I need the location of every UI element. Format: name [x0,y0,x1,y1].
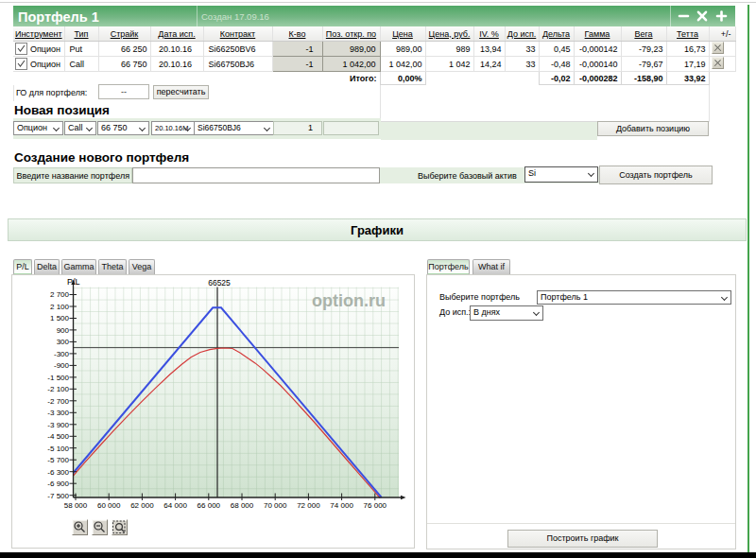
svg-text:64 000: 64 000 [163,501,187,510]
svg-text:-300: -300 [54,350,70,358]
svg-text:-6 300: -6 300 [47,468,69,477]
svg-text:74 000: 74 000 [330,501,353,510]
svg-text:2 100: 2 100 [50,303,70,311]
svg-text:300: 300 [57,338,70,346]
svg-text:P/L: P/L [67,277,80,287]
svg-text:76 000: 76 000 [364,501,387,510]
svg-text:68 000: 68 000 [231,501,254,510]
svg-text:-5 700: -5 700 [47,456,69,464]
svg-text:72 000: 72 000 [297,501,320,510]
svg-text:-7 500: -7 500 [47,492,69,500]
svg-text:70 000: 70 000 [264,501,287,510]
svg-text:-2 700: -2 700 [47,397,69,406]
svg-text:-6 900: -6 900 [47,480,69,488]
svg-text:-4 500: -4 500 [47,432,69,441]
svg-text:-1 500: -1 500 [47,374,69,382]
svg-text:1 500: 1 500 [50,314,70,323]
svg-text:900: 900 [57,326,70,335]
svg-text:66525: 66525 [208,278,231,288]
svg-text:-2 100: -2 100 [47,385,69,393]
svg-text:option.ru: option.ru [312,291,386,310]
svg-text:58 000: 58 000 [64,501,88,510]
svg-text:60 000: 60 000 [97,501,121,510]
svg-text:-3 300: -3 300 [47,409,69,417]
svg-text:-900: -900 [54,361,70,370]
svg-text:62 000: 62 000 [130,501,154,510]
svg-text:-3 900: -3 900 [47,421,69,429]
svg-text:2 700: 2 700 [50,290,70,299]
svg-text:-5 100: -5 100 [47,445,69,453]
svg-text:66 000: 66 000 [198,501,221,510]
